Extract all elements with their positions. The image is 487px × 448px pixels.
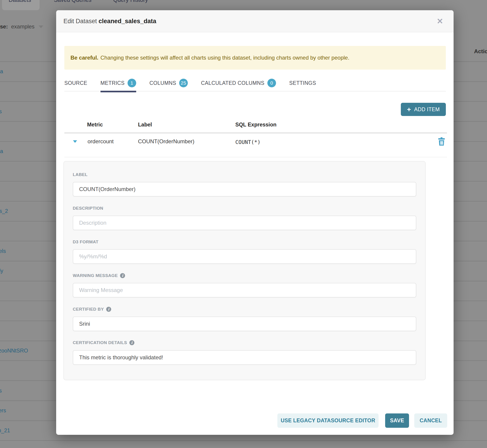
- certified-by-input[interactable]: [73, 317, 416, 331]
- add-item-label: ADD ITEM: [414, 106, 440, 112]
- info-icon[interactable]: i: [120, 273, 125, 278]
- expand-caret-icon[interactable]: [73, 140, 77, 143]
- d3-format-input[interactable]: [73, 249, 416, 264]
- tab-metrics[interactable]: METRICS1: [101, 75, 136, 91]
- table-row-divider: [64, 157, 447, 157]
- field-label-text: LABEL: [73, 172, 88, 177]
- page: Datasets Saved Queries Query History se:…: [0, 0, 487, 448]
- table-header-divider: [64, 132, 447, 134]
- modal-title: Edit Dataset cleaned_sales_data: [64, 10, 156, 32]
- use-legacy-datasource-editor-button[interactable]: USE LEGACY DATASOURCE EDITOR: [277, 413, 379, 428]
- tab-label: SETTINGS: [289, 80, 316, 86]
- warning-banner-bold: Be careful.: [71, 55, 98, 61]
- certification-details-field-label: CERTIFICATION DETAILSi: [73, 340, 134, 345]
- certification-details-input[interactable]: [73, 350, 416, 365]
- metric-label-cell: COUNT(OrderNumber): [138, 138, 194, 145]
- warning-banner-text: Changing these settings will affect all …: [101, 55, 350, 61]
- label-field-label: LABEL: [73, 172, 88, 177]
- tab-columns[interactable]: COLUMNS25: [149, 75, 188, 91]
- warning-message-field-label: WARNING MESSAGEi: [73, 273, 125, 278]
- field-label-text: D3 FORMAT: [73, 240, 98, 244]
- tab-settings[interactable]: SETTINGS: [289, 75, 316, 91]
- column-header-sql-expression: SQL Expression: [235, 122, 276, 128]
- field-label-text: DESCRIPTION: [73, 206, 103, 211]
- edit-dataset-modal: Edit Dataset cleaned_sales_data ✕ Be car…: [56, 10, 454, 435]
- modal-title-dataset-name: cleaned_sales_data: [99, 18, 156, 25]
- tab-label: SOURCE: [64, 80, 87, 86]
- description-input[interactable]: [73, 216, 416, 230]
- trash-icon[interactable]: [438, 137, 445, 146]
- calculated-columns-count-badge: 0: [267, 79, 276, 87]
- warning-message-input[interactable]: [73, 283, 416, 297]
- metric-name-cell: ordercount: [88, 138, 114, 145]
- description-field-label: DESCRIPTION: [73, 206, 103, 211]
- plus-icon: +: [407, 106, 411, 113]
- warning-banner: Be careful. Changing these settings will…: [64, 46, 446, 70]
- columns-count-badge: 25: [179, 79, 188, 87]
- tab-calculated-columns[interactable]: CALCULATED COLUMNS0: [201, 75, 276, 91]
- add-item-button[interactable]: + ADD ITEM: [401, 103, 446, 116]
- tab-label: METRICS: [101, 80, 125, 86]
- save-button[interactable]: SAVE: [385, 413, 409, 428]
- label-input[interactable]: [73, 182, 416, 196]
- tab-bar: SOURCE METRICS1 COLUMNS25 CALCULATED COL…: [64, 75, 446, 91]
- info-icon[interactable]: i: [106, 307, 111, 312]
- metric-sql-cell: COUNT(*): [235, 139, 261, 145]
- field-label-text: WARNING MESSAGE: [73, 273, 118, 278]
- certified-by-field-label: CERTIFIED BYi: [73, 307, 111, 312]
- tab-label: CALCULATED COLUMNS: [201, 80, 264, 86]
- tab-label: COLUMNS: [149, 80, 176, 86]
- modal-title-prefix: Edit Dataset: [64, 18, 99, 25]
- field-label-text: CERTIFICATION DETAILS: [73, 340, 127, 345]
- column-header-metric: Metric: [87, 122, 103, 128]
- close-icon[interactable]: ✕: [433, 10, 447, 32]
- column-header-label: Label: [138, 122, 152, 128]
- tab-source[interactable]: SOURCE: [64, 75, 87, 91]
- d3-format-field-label: D3 FORMAT: [73, 240, 98, 244]
- metric-detail-panel: LABEL DESCRIPTION D3 FORMAT WARNING MESS…: [64, 161, 426, 380]
- field-label-text: CERTIFIED BY: [73, 307, 104, 312]
- cancel-button[interactable]: CANCEL: [414, 413, 447, 428]
- modal-header: Edit Dataset cleaned_sales_data ✕: [56, 10, 454, 32]
- info-icon[interactable]: i: [129, 340, 134, 345]
- metrics-count-badge: 1: [128, 79, 136, 87]
